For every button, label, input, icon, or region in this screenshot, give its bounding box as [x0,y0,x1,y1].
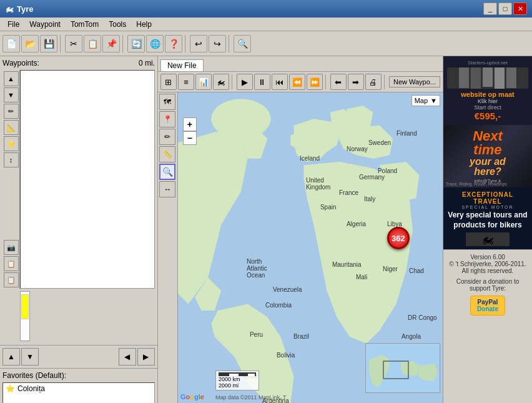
minimize-button[interactable]: _ [483,2,497,15]
mst-magnify-button[interactable]: 🔍 [159,164,175,180]
menu-help[interactable]: Help [131,19,157,30]
map-type-label: Map [415,97,428,104]
favorites-list[interactable]: ⭐ Colonița [2,382,155,403]
close-button[interactable]: ✕ [513,2,527,15]
paste-button[interactable]: 📌 [102,35,120,52]
mt-next-button[interactable]: ⏩ [307,74,323,90]
scale-mi: 2000 mi [219,382,256,389]
wp-edit-button[interactable]: ✏ [4,104,19,119]
paypal-button[interactable]: PayPal Donate [470,296,505,316]
wp-clip1-button[interactable]: 📋 [4,256,19,271]
mt-chart-button[interactable]: 📊 [195,74,212,90]
menu-tomtom[interactable]: TomTom [66,19,104,30]
ad-website[interactable]: Starters-upbot.net website op maat Klik … [443,56,532,250]
cluster-marker[interactable]: 362 [387,227,410,249]
yellow-thumb[interactable] [21,294,29,319]
ad-next-line1: Next [470,129,506,143]
mst-ruler-button[interactable]: 📏 [159,146,175,162]
toolbar-sep-3 [185,35,187,52]
ad-next[interactable]: Next time your ad here? info@Tyre.k Trac… [443,125,532,187]
ad-website-cta: Klik hier [478,98,498,104]
map-content: 🗺 📍 ✏ 📏 🔍 ↔ [158,92,443,403]
mt-play-button[interactable]: ▶ [237,74,253,90]
wp-clip2-button[interactable]: 📋 [4,272,19,287]
menu-waypoint[interactable]: Waypoint [24,19,66,30]
mst-route-button[interactable]: ↔ [159,181,175,197]
ad-next-line3: your ad [470,157,506,167]
menu-tools[interactable]: Tools [104,19,131,30]
scale-km: 2000 km [219,376,240,382]
waypoints-list[interactable] [20,70,155,289]
ad-next-line2: time [470,143,506,157]
main-toolbar: 📄 📂 💾 ✂ 📋 📌 🔄 🌐 ❓ ↩ ↪ 🔍 [0,31,532,56]
ad-website-domain: Starters-upbot.net [468,60,508,66]
wp-down-button[interactable]: ▼ [4,87,19,102]
cut-button[interactable]: ✂ [65,35,82,52]
yellow-slider[interactable] [20,291,30,341]
ad-travel[interactable]: Exceptional Travel SPECIAL MOTOR Very sp… [443,187,532,250]
open-button[interactable]: 📂 [21,35,39,52]
cluster-count: 362 [392,234,405,243]
donation-text: Consider a donation to support Tyre: [447,278,528,292]
mini-map[interactable] [365,343,440,393]
mt-prev-button[interactable]: ⏪ [289,74,305,90]
paypal-donate: Donate [477,306,498,312]
menu-file[interactable]: File [2,19,24,30]
paypal-label: PayPal [477,299,498,306]
title-bar: 🏍 Tyre _ □ ✕ [0,0,532,17]
new-button[interactable]: 📄 [2,35,20,52]
mt-grid-button[interactable]: ⊞ [160,74,177,90]
mt-sep-3 [384,74,387,89]
mt-pause-button[interactable]: ⏸ [254,74,270,90]
favorite-item[interactable]: ⭐ Colonița [3,383,154,394]
mst-edit-button[interactable]: ✏ [159,129,175,145]
wp-measure-button[interactable]: 📐 [4,120,19,135]
wp-bottom-toolbar: ▲ ▼ ◀ ▶ [0,345,157,368]
mt-import-button[interactable]: ➡ [348,74,364,90]
web-button[interactable]: 🌐 [146,35,164,52]
maximize-button[interactable]: □ [498,2,512,15]
version-info: Version 6.00 © 't Schrijverke, 2006-2011… [447,254,528,274]
redo-button[interactable]: ↪ [209,35,226,52]
mini-map-svg [366,344,440,393]
map-attribution: Map data ©2011 MapLink, T [215,394,287,401]
help-button[interactable]: ❓ [165,35,182,52]
map-view[interactable]: Map ▼ + − 362 Finland Sweden Norway Icel… [178,92,443,403]
refresh-button[interactable]: 🔄 [127,35,145,52]
favorite-name: Colonița [17,384,45,393]
copy-button[interactable]: 📋 [84,35,101,52]
wp-spacer [40,348,117,366]
wp-forward-button[interactable]: ▶ [137,348,155,366]
info-panel: Version 6.00 © 't Schrijverke, 2006-2011… [443,250,532,403]
wp-add-up-button[interactable]: ▲ [2,348,20,366]
ad-travel-image: 🏍 [466,232,510,246]
tab-bar: New File [158,56,443,71]
mt-moto-button[interactable]: 🏍 [213,74,229,90]
waypoints-section: Waypoints: 0 mi. ▲ ▼ ✏ 📐 ⭐ ↕ 📷 📋 📋 [0,56,157,345]
new-file-tab[interactable]: New File [160,59,204,71]
zoom-out-button[interactable]: − [183,131,197,145]
wp-swap-button[interactable]: ↕ [4,152,19,167]
wp-add-down-button[interactable]: ▼ [21,348,39,366]
mt-export-button[interactable]: ⬅ [330,74,347,90]
google-logo: Google [180,393,204,401]
copyright-text: © 't Schrijverke, 2006-2011. [447,261,528,267]
undo-button[interactable]: ↩ [190,35,207,52]
new-waypoint-button[interactable]: New Waypo... [389,76,440,87]
zoom-in-button[interactable]: + [183,117,197,131]
rights-text: All rights reserved. [447,267,528,274]
wp-up-button[interactable]: ▲ [4,71,19,86]
mt-rewind-button[interactable]: ⏮ [272,74,288,90]
mt-list-button[interactable]: ≡ [178,74,194,90]
mt-print-button[interactable]: 🖨 [365,74,382,90]
search-button[interactable]: 🔍 [234,35,251,52]
wp-back-button[interactable]: ◀ [119,348,136,366]
wp-camera-button[interactable]: 📷 [4,240,19,255]
save-button[interactable]: 💾 [40,35,57,52]
mst-pin-button[interactable]: 📍 [159,111,175,127]
map-type-selector[interactable]: Map ▼ [411,95,440,106]
favorites-label: Favorites (Default): [2,371,155,380]
mst-map-button[interactable]: 🗺 [159,94,175,110]
mt-sep-2 [325,74,328,89]
wp-star-button[interactable]: ⭐ [4,136,19,151]
